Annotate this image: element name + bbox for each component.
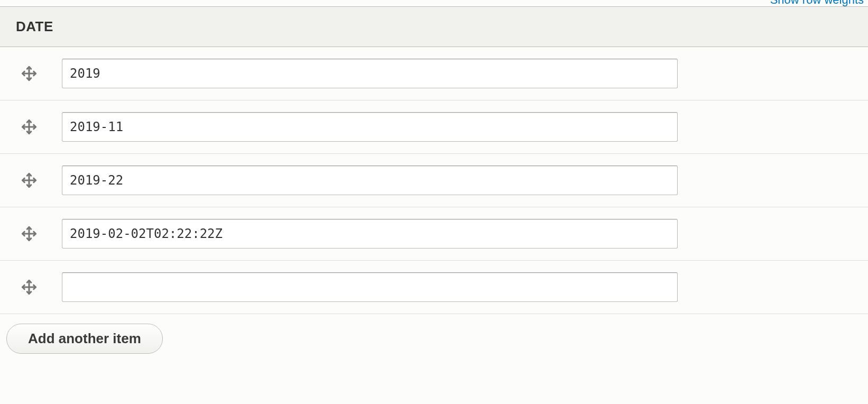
table-row bbox=[0, 47, 868, 100]
show-row-weights-link[interactable]: Show row weights bbox=[0, 0, 868, 6]
input-cell bbox=[62, 272, 678, 302]
button-row: Add another item bbox=[0, 314, 868, 363]
table-header: DATE bbox=[0, 7, 868, 47]
drag-handle-icon[interactable] bbox=[6, 279, 51, 295]
date-input[interactable] bbox=[62, 219, 678, 249]
drag-handle-icon[interactable] bbox=[6, 226, 51, 242]
date-table: DATE bbox=[0, 6, 868, 314]
input-cell bbox=[62, 219, 678, 249]
date-column-header: DATE bbox=[16, 19, 53, 34]
table-row bbox=[0, 207, 868, 261]
date-input[interactable] bbox=[62, 112, 678, 142]
add-another-item-button[interactable]: Add another item bbox=[6, 324, 163, 354]
table-row bbox=[0, 261, 868, 314]
date-input[interactable] bbox=[62, 166, 678, 195]
drag-handle-icon[interactable] bbox=[6, 172, 51, 188]
date-input[interactable] bbox=[62, 59, 678, 88]
table-row bbox=[0, 154, 868, 207]
date-input[interactable] bbox=[62, 272, 678, 302]
input-cell bbox=[62, 166, 678, 195]
input-cell bbox=[62, 59, 678, 88]
table-row bbox=[0, 100, 868, 154]
show-row-weights-text: Show row weights bbox=[770, 0, 864, 6]
input-cell bbox=[62, 112, 678, 142]
drag-handle-icon[interactable] bbox=[6, 119, 51, 135]
date-field-widget: Show row weights DATE bbox=[0, 0, 868, 363]
drag-handle-icon[interactable] bbox=[6, 66, 51, 81]
